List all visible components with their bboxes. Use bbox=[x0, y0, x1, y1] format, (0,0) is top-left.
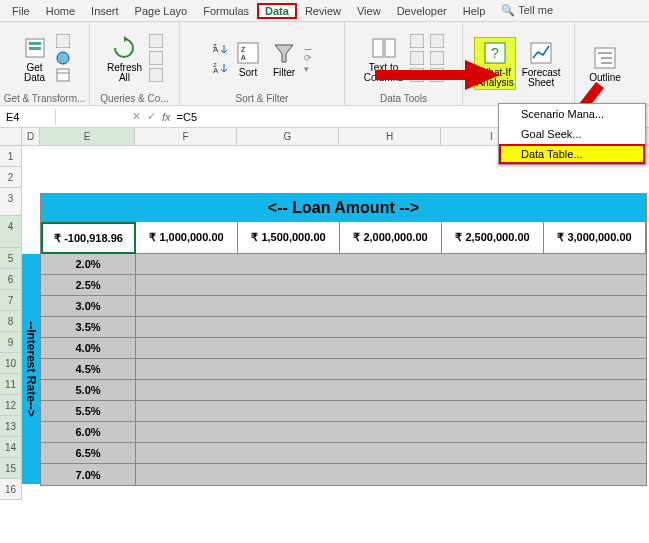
edit-links-icon[interactable] bbox=[148, 67, 164, 83]
col-e[interactable]: E bbox=[40, 128, 135, 145]
empty-cell[interactable] bbox=[136, 338, 646, 359]
rate-cell[interactable]: 5.0% bbox=[41, 380, 136, 401]
get-data-button[interactable]: Get Data bbox=[19, 32, 51, 85]
empty-cell[interactable] bbox=[136, 443, 646, 464]
outline-button[interactable]: Outline bbox=[587, 42, 623, 85]
advanced-filter[interactable]: ▾ bbox=[304, 64, 312, 74]
sort-asc-icon[interactable]: AZ bbox=[212, 41, 228, 57]
sort-desc-icon[interactable]: ZA bbox=[212, 60, 228, 76]
row-14[interactable]: 14 bbox=[0, 437, 22, 458]
empty-cell[interactable] bbox=[136, 401, 646, 422]
empty-cell[interactable] bbox=[136, 464, 646, 485]
svg-rect-19 bbox=[373, 39, 383, 57]
row-9[interactable]: 9 bbox=[0, 332, 22, 353]
from-text-icon[interactable] bbox=[55, 33, 71, 49]
tab-developer[interactable]: Developer bbox=[389, 3, 455, 19]
empty-cell[interactable] bbox=[136, 254, 646, 275]
rate-cell[interactable]: 2.0% bbox=[41, 254, 136, 275]
refresh-all-button[interactable]: Refresh All bbox=[105, 32, 144, 85]
empty-cell[interactable] bbox=[136, 422, 646, 443]
consolidate-icon[interactable] bbox=[429, 33, 445, 49]
empty-cell[interactable] bbox=[136, 296, 646, 317]
svg-marker-18 bbox=[275, 45, 293, 62]
svg-rect-10 bbox=[149, 68, 163, 82]
cancel-icon[interactable]: ✕ bbox=[132, 110, 141, 123]
row-12[interactable]: 12 bbox=[0, 395, 22, 416]
tab-home[interactable]: Home bbox=[38, 3, 83, 19]
row-15[interactable]: 15 bbox=[0, 458, 22, 479]
rate-cell[interactable]: 6.0% bbox=[41, 422, 136, 443]
row-2[interactable]: 2 bbox=[0, 167, 22, 188]
grid[interactable]: --Interest Rate--> <-- Loan Amount --> ₹… bbox=[22, 146, 649, 500]
properties-icon[interactable] bbox=[148, 50, 164, 66]
amount-2[interactable]: ₹ 1,500,000.00 bbox=[238, 222, 340, 254]
svg-text:Z: Z bbox=[213, 43, 217, 49]
rate-cell[interactable]: 5.5% bbox=[41, 401, 136, 422]
amount-4[interactable]: ₹ 2,500,000.00 bbox=[442, 222, 544, 254]
amount-3[interactable]: ₹ 2,000,000.00 bbox=[340, 222, 442, 254]
pmt-cell[interactable]: ₹ -100,918.96 bbox=[41, 222, 136, 254]
from-web-icon[interactable] bbox=[55, 50, 71, 66]
row-5[interactable]: 5 bbox=[0, 248, 22, 269]
sort-button[interactable]: ZA Sort bbox=[232, 37, 264, 80]
enter-icon[interactable]: ✓ bbox=[147, 110, 156, 123]
tab-view[interactable]: View bbox=[349, 3, 389, 19]
rate-cell[interactable]: 2.5% bbox=[41, 275, 136, 296]
col-g[interactable]: G bbox=[237, 128, 339, 145]
empty-cell[interactable] bbox=[136, 275, 646, 296]
empty-cell[interactable] bbox=[136, 317, 646, 338]
col-f[interactable]: F bbox=[135, 128, 237, 145]
rate-cell[interactable]: 7.0% bbox=[41, 464, 136, 485]
col-d[interactable]: D bbox=[22, 128, 40, 145]
reapply-filter[interactable]: ⟳ bbox=[304, 53, 312, 63]
flash-fill-icon[interactable] bbox=[409, 33, 425, 49]
rate-cell[interactable]: 4.0% bbox=[41, 338, 136, 359]
empty-cell[interactable] bbox=[136, 380, 646, 401]
amount-5[interactable]: ₹ 3,000,000.00 bbox=[544, 222, 646, 254]
tab-tell-me[interactable]: 🔍 Tell me bbox=[493, 2, 561, 19]
clear-filter[interactable]: ⚊ bbox=[304, 42, 312, 52]
menu-scenario-manager[interactable]: Scenario Mana... bbox=[499, 104, 645, 124]
tab-file[interactable]: File bbox=[4, 3, 38, 19]
rate-cell[interactable]: 6.5% bbox=[41, 443, 136, 464]
row-3[interactable]: 3 bbox=[0, 188, 22, 216]
queries-icon[interactable] bbox=[148, 33, 164, 49]
tab-review[interactable]: Review bbox=[297, 3, 349, 19]
rate-cell[interactable]: 4.5% bbox=[41, 359, 136, 380]
tab-formulas[interactable]: Formulas bbox=[195, 3, 257, 19]
col-h[interactable]: H bbox=[339, 128, 441, 145]
what-if-dropdown: Scenario Mana... Goal Seek... Data Table… bbox=[498, 103, 646, 165]
name-box[interactable]: E4 bbox=[0, 109, 56, 125]
formula-input[interactable] bbox=[177, 111, 377, 123]
row-7[interactable]: 7 bbox=[0, 290, 22, 311]
tab-insert[interactable]: Insert bbox=[83, 3, 127, 19]
filter-button[interactable]: Filter bbox=[268, 37, 300, 80]
row-13[interactable]: 13 bbox=[0, 416, 22, 437]
row-6[interactable]: 6 bbox=[0, 269, 22, 290]
row-10[interactable]: 10 bbox=[0, 353, 22, 374]
amount-1[interactable]: ₹ 1,000,000.00 bbox=[136, 222, 238, 254]
svg-rect-1 bbox=[29, 42, 41, 45]
tab-data[interactable]: Data bbox=[257, 3, 297, 19]
row-1[interactable]: 1 bbox=[0, 146, 22, 167]
rate-cell[interactable]: 3.0% bbox=[41, 296, 136, 317]
row-16[interactable]: 16 bbox=[0, 479, 22, 500]
from-table-icon[interactable] bbox=[55, 67, 71, 83]
select-all-corner[interactable] bbox=[0, 128, 22, 145]
arrow-to-whatif bbox=[370, 55, 500, 95]
svg-rect-24 bbox=[430, 34, 444, 48]
rate-cell[interactable]: 3.5% bbox=[41, 317, 136, 338]
menu-goal-seek[interactable]: Goal Seek... bbox=[499, 124, 645, 144]
svg-text:A: A bbox=[241, 54, 246, 61]
row-8[interactable]: 8 bbox=[0, 311, 22, 332]
loan-amount-title: <-- Loan Amount --> bbox=[41, 194, 646, 222]
fx-icon[interactable]: fx bbox=[162, 111, 171, 123]
tab-help[interactable]: Help bbox=[455, 3, 494, 19]
svg-text:Z: Z bbox=[241, 46, 246, 53]
row-11[interactable]: 11 bbox=[0, 374, 22, 395]
menu-data-table[interactable]: Data Table... bbox=[499, 144, 645, 164]
svg-rect-9 bbox=[149, 51, 163, 65]
empty-cell[interactable] bbox=[136, 359, 646, 380]
row-4[interactable]: 4 bbox=[0, 216, 22, 248]
tab-page-layout[interactable]: Page Layo bbox=[127, 3, 196, 19]
